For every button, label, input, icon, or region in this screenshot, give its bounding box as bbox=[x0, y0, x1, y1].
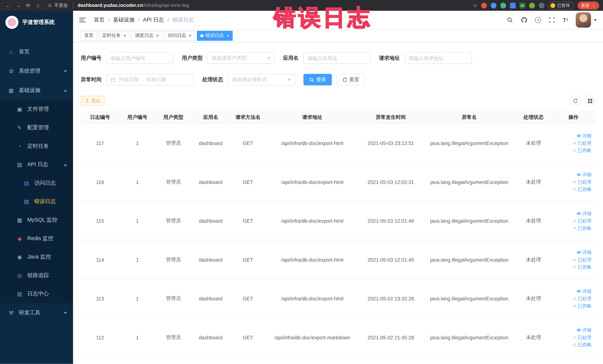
breadcrumb-item[interactable]: 基础设施 bbox=[113, 16, 135, 23]
user-id-input[interactable] bbox=[106, 52, 174, 64]
cell-method: GET bbox=[230, 257, 266, 263]
sidebar-item[interactable]: ▣文件管理 bbox=[0, 100, 73, 118]
extension-paw-icon[interactable] bbox=[539, 2, 545, 8]
action-label: 详细 bbox=[582, 328, 591, 332]
process-status-select[interactable]: 请选择处理状态 bbox=[228, 74, 295, 85]
action-processed[interactable]: ✓已处理 bbox=[573, 141, 591, 145]
sidebar-item-label: 错误日志 bbox=[34, 198, 56, 205]
font-size-icon[interactable]: TT bbox=[563, 16, 568, 23]
action-detail[interactable]: 详细 bbox=[577, 172, 591, 177]
github-icon[interactable] bbox=[521, 16, 528, 23]
address-bar[interactable]: ⚠ 不安全 dashboard.yudao.iocoder.cn/infra/l… bbox=[48, 2, 189, 9]
security-label[interactable]: 不安全 bbox=[54, 2, 68, 9]
user-type-select[interactable]: 请选择用户类型 bbox=[207, 52, 275, 64]
search-icon[interactable] bbox=[507, 16, 513, 23]
action-ignored[interactable]: ✓已忽略 bbox=[573, 187, 591, 192]
extension-blue-grid-icon[interactable] bbox=[510, 2, 516, 8]
close-icon[interactable]: × bbox=[156, 33, 159, 38]
back-icon[interactable]: ← bbox=[4, 1, 12, 10]
sidebar-item[interactable]: ⌂首页 bbox=[0, 42, 73, 61]
sidebar-item[interactable]: ▦基础设施 bbox=[0, 81, 73, 100]
page-url[interactable]: dashboard.yudao.iocoder.cn/infra/log/api… bbox=[78, 3, 189, 8]
cell-exception: java.lang.IllegalArgumentException bbox=[423, 140, 516, 146]
action-detail[interactable]: 详细 bbox=[577, 289, 591, 294]
extension-vue-devtools-icon[interactable] bbox=[500, 2, 506, 8]
reset-button[interactable]: 重置 bbox=[336, 74, 365, 85]
fullscreen-icon[interactable] bbox=[548, 16, 555, 23]
sidebar-item[interactable]: ▩MySQL 监控 bbox=[0, 211, 73, 229]
kebab-menu-icon[interactable]: ⋮ bbox=[591, 3, 596, 8]
action-detail[interactable]: 详细 bbox=[577, 211, 591, 216]
extension-leaf-icon[interactable] bbox=[529, 2, 535, 8]
table-row: 1121管理员dashboardGET/api/infra/db-doc/exp… bbox=[81, 318, 595, 357]
sidebar-item[interactable]: ◔定时任务 bbox=[0, 137, 73, 156]
cell-url: /api/infra/db-doc/export-markdown bbox=[266, 335, 359, 340]
update-label: 更新 bbox=[581, 2, 590, 8]
filter-row-1: 用户编号 用户类型 请选择用户类型 应用名 bbox=[81, 52, 595, 64]
request-url-input[interactable] bbox=[404, 52, 472, 64]
exception-time-range-picker[interactable]: 开始日期 - 结束日期 bbox=[106, 74, 194, 85]
action-processed[interactable]: ✓已处理 bbox=[573, 296, 591, 301]
export-button[interactable]: 导出 bbox=[81, 96, 105, 106]
action-label: 已忽略 bbox=[578, 265, 591, 269]
filter-exception-time: 异常时间 开始日期 - 结束日期 bbox=[81, 74, 194, 85]
action-ignored[interactable]: ✓已忽略 bbox=[573, 304, 591, 308]
close-icon[interactable]: × bbox=[227, 33, 229, 38]
extension-red-circle-icon[interactable] bbox=[481, 2, 487, 8]
action-detail[interactable]: 详细 bbox=[577, 133, 591, 138]
refresh-icon[interactable] bbox=[570, 95, 581, 106]
sidebar-item[interactable]: ✎配置管理 bbox=[0, 118, 73, 137]
logo-image bbox=[5, 16, 19, 29]
sidebar-item[interactable]: ⚒研发工具 bbox=[0, 303, 73, 322]
close-icon[interactable]: × bbox=[189, 33, 192, 38]
sidebar-item[interactable]: ▥日志中心 bbox=[0, 285, 73, 303]
extension-blue-drop-icon[interactable] bbox=[491, 2, 496, 8]
tags-view-tab[interactable]: 定时任务× bbox=[99, 31, 129, 41]
paused-badge[interactable]: 已暂停 bbox=[548, 1, 574, 10]
sidebar-item[interactable]: ▤访问日志 bbox=[0, 174, 73, 192]
action-detail[interactable]: 详细 bbox=[577, 250, 591, 255]
extension-icons: on bbox=[481, 2, 545, 8]
cell-id: 112 bbox=[81, 335, 119, 340]
cell-userId: 1 bbox=[119, 140, 155, 146]
app-logo[interactable]: 芋道管理系统 bbox=[0, 11, 73, 34]
search-button[interactable]: 搜索 bbox=[303, 74, 332, 85]
help-icon[interactable]: ? bbox=[535, 17, 541, 23]
action-ignored[interactable]: ✓已忽略 bbox=[573, 265, 591, 269]
action-ignored[interactable]: ✓已忽略 bbox=[573, 342, 591, 347]
system-icon: ⚙ bbox=[8, 68, 14, 74]
forward-icon[interactable]: → bbox=[14, 1, 23, 10]
app-name-input[interactable] bbox=[303, 52, 371, 64]
close-icon[interactable]: × bbox=[123, 33, 126, 38]
column-settings-icon[interactable] bbox=[584, 95, 595, 106]
sidebar-item[interactable]: ▧API 日志 bbox=[0, 155, 73, 174]
bookmark-star-icon[interactable]: ☆ bbox=[473, 2, 477, 8]
tags-view-tab[interactable]: 首页 bbox=[81, 31, 97, 41]
action-processed[interactable]: ✓已处理 bbox=[573, 218, 591, 223]
sidebar-item[interactable]: ◎链路追踪 bbox=[0, 266, 73, 285]
sidebar-item[interactable]: ◉Java 监控 bbox=[0, 248, 73, 266]
tab-label: 访问日志 bbox=[168, 32, 186, 39]
action-ignored[interactable]: ✓已忽略 bbox=[573, 148, 591, 153]
action-processed[interactable]: ✓已处理 bbox=[573, 257, 591, 262]
action-label: 详细 bbox=[582, 250, 591, 255]
user-menu[interactable] bbox=[576, 12, 597, 28]
select-placeholder: 请选择用户类型 bbox=[211, 55, 267, 61]
action-ignored[interactable]: ✓已忽略 bbox=[573, 226, 591, 231]
tags-view-tab[interactable]: 访问日志× bbox=[164, 31, 195, 41]
sidebar-item[interactable]: ⚙系统管理 bbox=[0, 61, 73, 81]
breadcrumb-item[interactable]: API 日志 bbox=[143, 16, 164, 23]
sidebar-item[interactable]: ▨错误日志 bbox=[0, 192, 73, 211]
hamburger-icon[interactable] bbox=[79, 16, 87, 24]
update-button[interactable]: 更新 ⋮ bbox=[578, 1, 599, 10]
reload-icon[interactable]: ⟳ bbox=[24, 1, 33, 10]
action-detail[interactable]: 详细 bbox=[577, 328, 591, 332]
sidebar-item[interactable]: ◆Redis 监控 bbox=[0, 229, 73, 248]
tags-view-tab[interactable]: 调度日志× bbox=[132, 31, 162, 41]
tags-view-tab[interactable]: 错误日志× bbox=[197, 31, 233, 41]
breadcrumb-item[interactable]: 首页 bbox=[94, 16, 104, 23]
action-processed[interactable]: ✓已处理 bbox=[573, 335, 591, 340]
extension-on-badge-icon[interactable]: on bbox=[520, 2, 525, 8]
action-processed[interactable]: ✓已处理 bbox=[573, 180, 591, 184]
home-icon[interactable]: ⌂ bbox=[34, 1, 42, 10]
